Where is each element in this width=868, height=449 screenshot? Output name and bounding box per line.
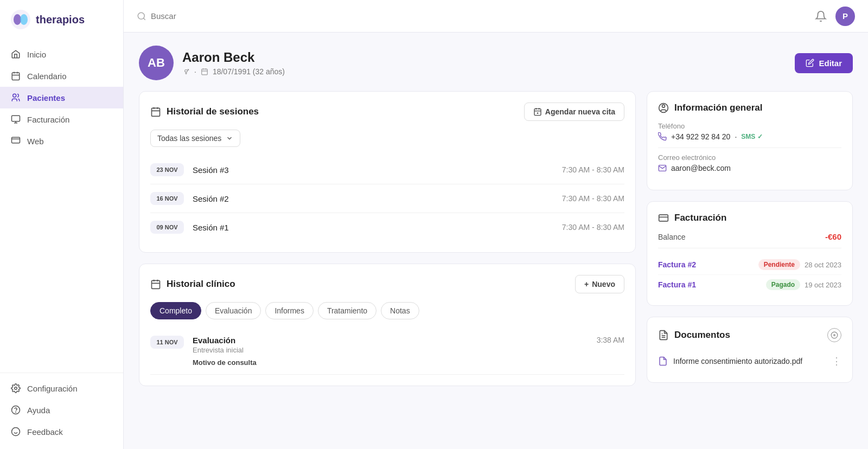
clinical-icon [150, 279, 161, 290]
sidebar-bottom: Configuración Ayuda Feedback [0, 373, 123, 449]
session-date-1: 23 NOV [150, 163, 184, 176]
document-more-button[interactable]: ⋮ [832, 355, 841, 367]
filter-tratamiento[interactable]: Tratamiento [318, 302, 376, 319]
edit-patient-button[interactable]: Editar [795, 53, 853, 73]
filter-notas[interactable]: Notas [381, 302, 419, 319]
patient-meta: · 18/07/1991 (32 años) [182, 67, 786, 76]
clinical-entry-time: 3:38 AM [597, 336, 624, 367]
session-row[interactable]: 09 NOV Sesión #1 7:30 AM - 8:30 AM [150, 213, 624, 241]
clinical-card-header: Historial clínico + Nuevo [150, 275, 624, 293]
session-time-1: 7:30 AM - 8:30 AM [562, 165, 624, 174]
balance-row: Balance -€60 [658, 232, 841, 248]
calendar-plus-icon [533, 107, 542, 116]
patient-gender: · [194, 67, 196, 76]
billing-card-title: Facturación [658, 213, 841, 223]
documents-title-text: Documentos [674, 330, 730, 341]
svg-rect-16 [152, 108, 160, 116]
col-right: Información general Teléfono +34 922 92 … [647, 91, 853, 383]
sidebar-item-inicio[interactable]: Inicio [0, 43, 123, 65]
email-row: Correo electrónico aaron@beck.com [658, 153, 841, 172]
new-clinical-button[interactable]: + Nuevo [575, 275, 624, 293]
session-row[interactable]: 23 NOV Sesión #3 7:30 AM - 8:30 AM [150, 156, 624, 184]
sidebar-label-pacientes: Pacientes [27, 93, 65, 102]
sessions-card-header: Historial de sesiones Agendar nueva cita [150, 102, 624, 121]
content: AB Aaron Beck · 18/07/1991 (32 años) Edi… [124, 33, 868, 449]
svg-point-10 [12, 428, 20, 436]
filter-informes[interactable]: Informes [265, 302, 313, 319]
session-date-2: 16 NOV [150, 192, 184, 205]
search-input[interactable] [151, 11, 314, 21]
sessions-title-text: Historial de sesiones [167, 106, 259, 117]
sessions-title: Historial de sesiones [150, 106, 259, 117]
svg-rect-18 [152, 280, 160, 288]
session-name-1: Sesión #3 [193, 165, 553, 175]
svg-point-13 [138, 12, 144, 19]
session-filter-label: Todas las sesiones [157, 134, 221, 143]
invoice-status-1: Pagado [766, 279, 800, 290]
svg-rect-6 [12, 137, 20, 143]
sidebar-item-pacientes[interactable]: Pacientes [0, 87, 123, 108]
session-row[interactable]: 16 NOV Sesión #2 7:30 AM - 8:30 AM [150, 184, 624, 213]
svg-rect-3 [12, 73, 20, 80]
invoice-row-2: Factura #2 Pendiente 28 oct 2023 [658, 255, 841, 275]
sidebar-item-feedback[interactable]: Feedback [0, 421, 123, 442]
sidebar-item-facturacion[interactable]: Facturación [0, 108, 123, 130]
feedback-icon [11, 427, 21, 437]
chevron-down-icon [226, 134, 233, 142]
sidebar-item-web[interactable]: Web [0, 130, 123, 152]
add-document-button[interactable] [827, 328, 841, 342]
new-clinical-plus: + [584, 280, 589, 288]
balance-label: Balance [658, 233, 686, 241]
invoice-status-2: Pendiente [758, 259, 800, 270]
email-value: aaron@beck.com [658, 164, 841, 172]
info-title-text: Información general [674, 102, 762, 113]
sidebar-item-ayuda[interactable]: Ayuda [0, 399, 123, 421]
sidebar: therapios Inicio Calendario Pacientes Fa… [0, 0, 124, 449]
patient-birthdate: 18/07/1991 (32 años) [213, 67, 285, 76]
topbar-right: P [815, 7, 855, 26]
patient-header: AB Aaron Beck · 18/07/1991 (32 años) Edi… [139, 46, 853, 80]
filter-completo[interactable]: Completo [150, 302, 201, 319]
balance-value: -€60 [825, 232, 841, 241]
info-card: Información general Teléfono +34 922 92 … [647, 91, 853, 190]
sidebar-item-calendario[interactable]: Calendario [0, 65, 123, 87]
monitor-icon [11, 114, 21, 124]
sessions-list: 23 NOV Sesión #3 7:30 AM - 8:30 AM 16 NO… [150, 156, 624, 241]
clinical-entry-title: Evaluación [193, 336, 588, 345]
session-date-3: 09 NOV [150, 221, 184, 234]
search-wrap [137, 11, 808, 21]
home-icon [11, 49, 21, 59]
logo: therapios [0, 0, 123, 39]
svg-point-14 [185, 70, 188, 73]
notifications-button[interactable] [815, 10, 827, 22]
clinical-title: Historial clínico [150, 279, 235, 290]
settings-icon [11, 383, 21, 393]
edit-label: Editar [819, 59, 842, 68]
sidebar-item-configuracion[interactable]: Configuración [0, 377, 123, 399]
invoice-link-2[interactable]: Factura #2 [658, 260, 754, 269]
clinical-card: Historial clínico + Nuevo Completo Evalu… [139, 264, 636, 386]
filter-evaluacion[interactable]: Evaluación [206, 302, 261, 319]
session-filter[interactable]: Todas las sesiones [150, 130, 240, 147]
svg-point-1 [14, 14, 21, 25]
new-appointment-button[interactable]: Agendar nueva cita [524, 102, 624, 121]
phone-separator: · [735, 132, 737, 141]
clinical-entry-subtitle: Entrevista inicial [193, 346, 588, 354]
email-label: Correo electrónico [658, 153, 841, 162]
bell-icon [815, 10, 827, 22]
sidebar-label-calendario: Calendario [27, 72, 67, 81]
documents-card-header: Documentos [658, 328, 841, 342]
col-left: Historial de sesiones Agendar nueva cita… [139, 91, 636, 386]
svg-point-20 [662, 105, 665, 107]
invoice-row-1: Factura #1 Pagado 19 oct 2023 [658, 275, 841, 294]
svg-rect-15 [202, 69, 208, 74]
user-circle-icon [658, 102, 669, 113]
two-col: Historial de sesiones Agendar nueva cita… [139, 91, 853, 386]
svg-rect-21 [659, 215, 668, 221]
user-avatar[interactable]: P [835, 7, 855, 26]
patient-avatar: AB [139, 46, 174, 80]
phone-number: +34 922 92 84 20 [671, 132, 730, 141]
documents-title: Documentos [658, 330, 730, 341]
web-icon [11, 136, 21, 146]
invoice-link-1[interactable]: Factura #1 [658, 280, 762, 289]
